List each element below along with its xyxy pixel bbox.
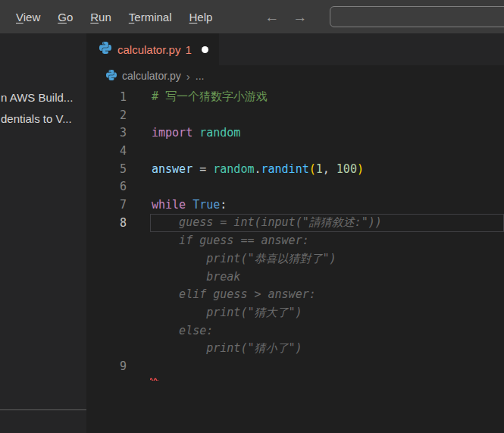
sidebar-item-1[interactable]: dentials to V...: [1, 112, 72, 125]
menu-item-go[interactable]: Go: [55, 8, 75, 26]
code-line-5[interactable]: 5answer = random.randint(1, 100): [86, 160, 504, 178]
chevron-right-icon: ›: [186, 70, 190, 83]
error-squiggle-icon: [150, 370, 158, 384]
line-number[interactable]: 3: [86, 126, 127, 140]
sidebar-item-0[interactable]: n AWS Build...: [1, 91, 73, 104]
code-line-7[interactable]: 7while True:: [86, 196, 504, 214]
ghost-line-8[interactable]: if guess == answer:: [86, 232, 504, 250]
menu-item-view[interactable]: View: [14, 8, 42, 26]
line-content: print("猜小了"): [127, 341, 302, 356]
line-content: print("猜大了"): [127, 306, 302, 320]
menu-item-run[interactable]: Run: [88, 8, 114, 26]
menu-items: ViewGoRunTerminalHelp: [0, 8, 214, 26]
forward-arrow-icon[interactable]: →: [290, 8, 310, 26]
line-content: print("恭喜以猜對了"): [127, 252, 337, 266]
menu-item-help[interactable]: Help: [186, 8, 214, 26]
line-number[interactable]: 8: [86, 216, 127, 230]
menu-item-terminal[interactable]: Terminal: [127, 8, 174, 26]
sidebar-section-divider: [0, 409, 86, 410]
code-line-2[interactable]: 2: [86, 106, 504, 124]
line-content: answer = random.randint(1, 100): [127, 162, 364, 176]
tab-calculator-py[interactable]: calculator.py 1: [86, 33, 219, 65]
line-content: else:: [127, 324, 213, 337]
ghost-line-9[interactable]: print("恭喜以猜對了"): [86, 249, 504, 268]
history-navigation: ← →: [261, 8, 310, 26]
line-number[interactable]: 9: [86, 359, 127, 373]
line-content: guess = int(input("請猜敘述:")): [127, 215, 382, 230]
back-arrow-icon[interactable]: ←: [261, 8, 282, 26]
menu-bar: ViewGoRunTerminalHelp ← →: [0, 0, 504, 33]
line-number[interactable]: 1: [86, 90, 127, 104]
code-line-9[interactable]: 9: [86, 357, 504, 375]
line-number[interactable]: 2: [86, 108, 127, 122]
ghost-line-11[interactable]: elif guess > answer:: [86, 286, 504, 304]
ghost-line-12[interactable]: print("猜大了"): [86, 303, 504, 322]
code-line-6[interactable]: 6: [86, 177, 504, 196]
tab-modified-dot-icon[interactable]: [202, 46, 208, 53]
line-number[interactable]: 7: [86, 198, 127, 212]
code-line-8[interactable]: 8 guess = int(input("請猜敘述:")): [86, 214, 504, 232]
breadcrumb-symbol-more[interactable]: ...: [196, 70, 205, 82]
line-content: # 写一个猜数字小游戏: [127, 89, 268, 104]
sidebar: n AWS Build...dentials to V...: [0, 33, 86, 433]
tab-title: calculator.py: [117, 43, 180, 56]
line-number[interactable]: 5: [86, 162, 127, 176]
line-number[interactable]: 4: [86, 144, 127, 158]
tab-bar: calculator.py 1: [86, 33, 504, 65]
command-center-search-box[interactable]: [330, 6, 504, 27]
code-line-4[interactable]: 4: [86, 142, 504, 160]
ghost-line-14[interactable]: print("猜小了"): [86, 340, 504, 358]
ghost-line-10[interactable]: break: [86, 268, 504, 286]
code-line-1[interactable]: 1# 写一个猜数字小游戏: [86, 88, 504, 106]
code-editor[interactable]: 1# 写一个猜数字小游戏23import random45answer = ra…: [86, 86, 504, 375]
line-content: if guess == answer:: [127, 234, 309, 247]
editor-group: calculator.py 1 calculator.py › ... 1# 写…: [86, 33, 504, 433]
line-content: elif guess > answer:: [127, 287, 316, 301]
line-content: while True:: [127, 198, 227, 212]
code-line-3[interactable]: 3import random: [86, 124, 504, 142]
line-content: import random: [127, 126, 240, 140]
line-content: break: [127, 270, 240, 284]
line-number[interactable]: 6: [86, 180, 127, 193]
breadcrumb-file-name[interactable]: calculator.py: [122, 70, 181, 82]
breadcrumb: calculator.py › ...: [86, 65, 504, 86]
workbench: n AWS Build...dentials to V... calculato…: [0, 33, 504, 433]
ghost-line-13[interactable]: else:: [86, 322, 504, 340]
python-file-icon: [99, 42, 111, 57]
tab-problem-count-badge: 1: [185, 43, 191, 56]
python-file-icon: [106, 70, 117, 83]
